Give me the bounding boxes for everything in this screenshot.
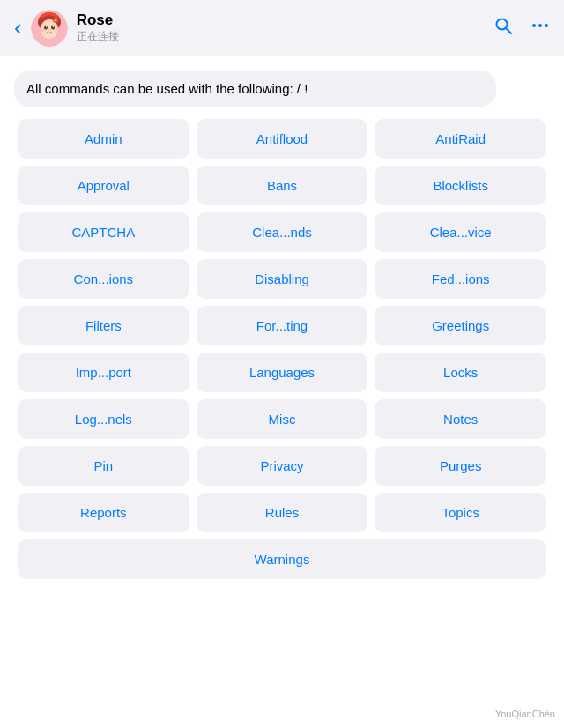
button-row-7: PinPrivacyPurges — [18, 446, 546, 486]
cmd-button-languages[interactable]: Languages — [197, 353, 368, 392]
button-row-0: AdminAntifloodAntiRaid — [18, 119, 546, 159]
svg-point-12 — [54, 19, 56, 21]
button-row-5: Imp...portLanguagesLocks — [18, 353, 546, 392]
more-icon[interactable] — [531, 16, 550, 41]
cmd-button-greetings[interactable]: Greetings — [375, 306, 546, 345]
button-row-3: Con...ionsDisablingFed...ions — [18, 259, 546, 299]
svg-point-5 — [51, 25, 55, 29]
svg-point-9 — [41, 28, 45, 31]
cmd-button-admin[interactable]: Admin — [18, 119, 189, 159]
command-grid: AdminAntifloodAntiRaidApprovalBansBlockl… — [14, 119, 550, 579]
watermark: YouQianChén — [495, 709, 555, 719]
button-row-1: ApprovalBansBlocklists — [18, 166, 546, 205]
message-text: All commands can be used with the follow… — [26, 81, 308, 96]
svg-point-6 — [45, 26, 46, 26]
cmd-button-purges[interactable]: Purges — [375, 446, 546, 486]
button-row-8: ReportsRulesTopics — [18, 493, 546, 532]
header-info: Rose 正在连接 — [77, 11, 494, 44]
cmd-button-topics[interactable]: Topics — [375, 493, 546, 532]
contact-name: Rose — [77, 11, 494, 29]
message-bubble: All commands can be used with the follow… — [14, 71, 496, 107]
button-row-6: Log...nelsMiscNotes — [18, 399, 546, 439]
cmd-button-approval[interactable]: Approval — [18, 166, 189, 205]
back-button[interactable]: ‹ — [14, 14, 22, 41]
svg-line-14 — [506, 28, 511, 33]
cmd-button-pin[interactable]: Pin — [18, 446, 189, 486]
button-row-last: Warnings — [18, 539, 546, 579]
cmd-button-notes[interactable]: Notes — [375, 399, 546, 439]
cmd-button-misc[interactable]: Misc — [197, 399, 368, 439]
cmd-button-disabling[interactable]: Disabling — [197, 259, 368, 299]
cmd-button-imp---port[interactable]: Imp...port — [18, 353, 189, 392]
cmd-button-blocklists[interactable]: Blocklists — [375, 166, 546, 205]
button-row-4: FiltersFor...tingGreetings — [18, 306, 546, 345]
button-row-2: CAPTCHAClea...ndsClea...vice — [18, 212, 546, 252]
cmd-button-captcha[interactable]: CAPTCHA — [18, 212, 189, 252]
cmd-button-antiflood[interactable]: Antiflood — [197, 119, 368, 159]
cmd-button-reports[interactable]: Reports — [18, 493, 189, 532]
avatar — [31, 10, 68, 47]
cmd-button-filters[interactable]: Filters — [18, 306, 189, 345]
chat-header: ‹ Rose — [0, 0, 564, 56]
cmd-button-warnings[interactable]: Warnings — [18, 539, 546, 579]
svg-point-17 — [545, 24, 548, 27]
svg-point-15 — [532, 24, 536, 27]
cmd-button-for---ting[interactable]: For...ting — [197, 306, 368, 345]
cmd-button-clea---nds[interactable]: Clea...nds — [197, 212, 368, 252]
cmd-button-log---nels[interactable]: Log...nels — [18, 399, 189, 439]
chat-area: All commands can be used with the follow… — [0, 56, 564, 597]
cmd-button-bans[interactable]: Bans — [197, 166, 368, 205]
svg-point-7 — [52, 26, 53, 26]
cmd-button-fed---ions[interactable]: Fed...ions — [375, 259, 546, 299]
cmd-button-locks[interactable]: Locks — [375, 353, 546, 392]
svg-point-16 — [538, 24, 542, 27]
search-icon[interactable] — [494, 16, 513, 41]
svg-point-4 — [44, 25, 48, 29]
cmd-button-antiraid[interactable]: AntiRaid — [375, 119, 546, 159]
cmd-button-rules[interactable]: Rules — [197, 493, 368, 532]
header-actions — [494, 16, 550, 41]
cmd-button-con---ions[interactable]: Con...ions — [18, 259, 189, 299]
cmd-button-clea---vice[interactable]: Clea...vice — [375, 212, 546, 252]
svg-point-8 — [48, 29, 50, 30]
contact-status: 正在连接 — [77, 29, 494, 44]
cmd-button-privacy[interactable]: Privacy — [197, 446, 368, 486]
svg-point-10 — [53, 28, 57, 31]
